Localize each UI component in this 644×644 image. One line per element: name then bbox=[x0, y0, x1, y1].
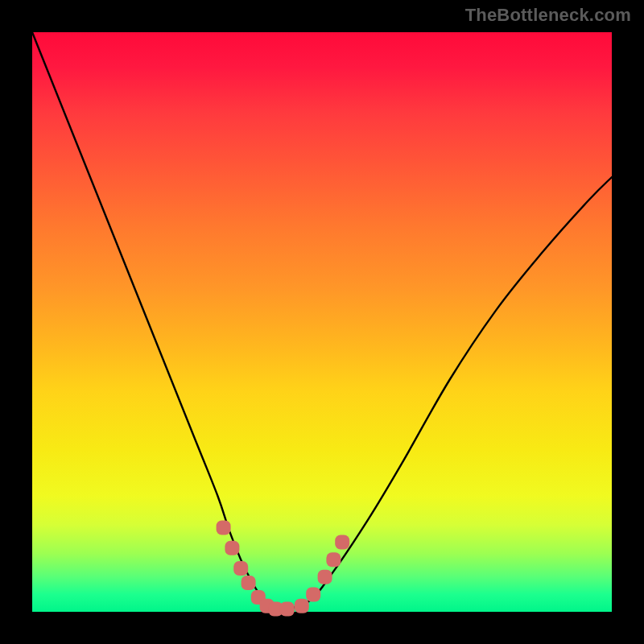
watermark-label: TheBottleneck.com bbox=[465, 5, 631, 26]
curve-marker bbox=[280, 601, 295, 616]
plot-area bbox=[32, 32, 612, 612]
curve-markers bbox=[217, 521, 350, 617]
curve-marker bbox=[242, 576, 256, 590]
curve-marker bbox=[295, 599, 309, 613]
chart-frame: TheBottleneck.com bbox=[0, 0, 644, 644]
curve-marker bbox=[225, 541, 239, 555]
curve-marker bbox=[306, 587, 320, 601]
curve-marker bbox=[335, 535, 349, 550]
curve-marker bbox=[233, 561, 248, 576]
curve-marker bbox=[318, 570, 332, 584]
curve-marker bbox=[217, 521, 231, 535]
curve-svg bbox=[32, 32, 612, 612]
curve-marker bbox=[326, 552, 341, 567]
bottleneck-curve bbox=[32, 32, 612, 610]
